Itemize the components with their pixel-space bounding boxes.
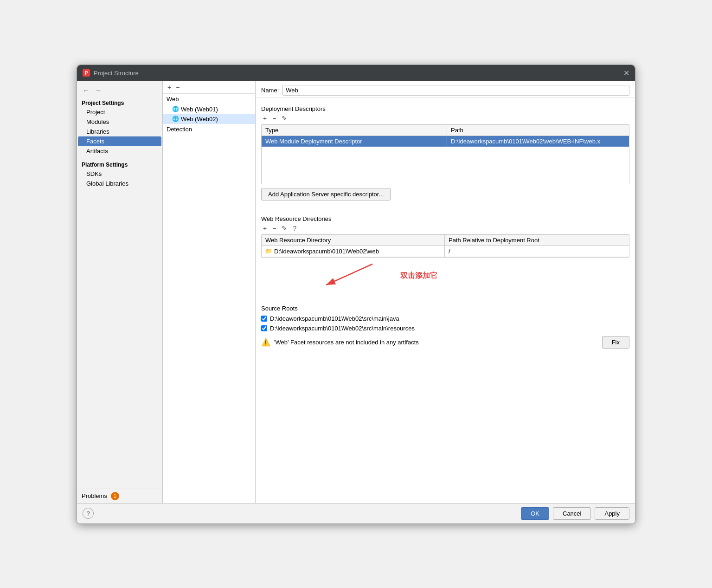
dd-table-row[interactable]: Web Module Deployment Descriptor D:\idea… bbox=[262, 136, 629, 147]
annotation-area: 双击添加它 bbox=[261, 259, 629, 301]
tree-add-button[interactable]: + bbox=[166, 83, 173, 91]
section-area: Deployment Descriptors + − ✎ Type Path W… bbox=[256, 98, 635, 503]
tree-item-web01[interactable]: 🌐 Web (Web01) bbox=[163, 104, 255, 114]
dd-add-button[interactable]: + bbox=[261, 114, 269, 123]
source-root-row-0: D:\ideaworkspacumb\0101\Web02\src\main\j… bbox=[261, 314, 629, 323]
dd-col-type: Type bbox=[262, 125, 447, 136]
web-facet-icon-2: 🌐 bbox=[172, 116, 179, 122]
sidebar: ← → Project Settings Project Modules Lib… bbox=[77, 81, 163, 503]
name-label: Name: bbox=[261, 87, 279, 94]
svg-line-1 bbox=[326, 264, 372, 285]
web-res-remove-button[interactable]: − bbox=[270, 224, 278, 233]
sidebar-bottom: Problems 1 bbox=[77, 489, 162, 503]
project-settings-header: Project Settings bbox=[77, 98, 162, 107]
web-res-toolbar: + − ✎ ? bbox=[261, 224, 629, 233]
close-button[interactable]: ✕ bbox=[623, 69, 629, 78]
dd-toolbar: + − ✎ bbox=[261, 114, 629, 123]
tree-group-web: Web bbox=[163, 94, 255, 104]
dd-cell-path: D:\ideaworkspacumb\0101\Web02\web\WEB-IN… bbox=[447, 136, 629, 147]
fix-button[interactable]: Fix bbox=[602, 336, 629, 349]
dd-edit-button[interactable]: ✎ bbox=[280, 114, 289, 123]
sidebar-item-project[interactable]: Project bbox=[77, 107, 162, 117]
tree-remove-button[interactable]: − bbox=[174, 83, 181, 91]
dd-col-path: Path bbox=[447, 125, 629, 136]
annotation-text: 双击添加它 bbox=[400, 271, 437, 281]
nav-buttons: ← → bbox=[77, 83, 162, 98]
dd-table: Type Path Web Module Deployment Descript… bbox=[261, 124, 629, 184]
bottom-bar: ? OK Cancel Apply bbox=[77, 503, 635, 523]
warning-icon: ⚠️ bbox=[261, 338, 270, 347]
dialog-title: Project Structure bbox=[94, 70, 139, 77]
dd-table-header: Type Path bbox=[262, 125, 629, 136]
source-root-path-1: D:\ideaworkspacumb\0101\Web02\src\main\r… bbox=[270, 325, 415, 332]
name-input[interactable] bbox=[282, 85, 629, 96]
dd-cell-type: Web Module Deployment Descriptor bbox=[262, 136, 447, 147]
cancel-button[interactable]: Cancel bbox=[553, 507, 591, 520]
bottom-bar-left: ? bbox=[83, 508, 94, 519]
web-facet-icon: 🌐 bbox=[172, 106, 179, 112]
sidebar-item-global-libraries[interactable]: Global Libraries bbox=[77, 179, 162, 188]
tree-detection: Detection bbox=[163, 124, 255, 135]
source-roots-title: Source Roots bbox=[261, 305, 629, 312]
web-resource-table: Web Resource Directory Path Relative to … bbox=[261, 234, 629, 258]
sidebar-item-modules[interactable]: Modules bbox=[77, 117, 162, 127]
deployment-descriptors-title: Deployment Descriptors bbox=[261, 105, 629, 112]
web-res-add-button[interactable]: + bbox=[261, 224, 269, 233]
sidebar-item-facets[interactable]: Facets bbox=[78, 136, 161, 146]
web-res-edit-button[interactable]: ✎ bbox=[280, 224, 289, 233]
content-area: ← → Project Settings Project Modules Lib… bbox=[77, 81, 635, 503]
web-res-path-cell: / bbox=[445, 246, 629, 257]
arrow-svg bbox=[308, 259, 400, 297]
warning-row: ⚠️ 'Web' Facet resources are not include… bbox=[261, 333, 629, 351]
source-root-path-0: D:\ideaworkspacumb\0101\Web02\src\main\j… bbox=[270, 315, 399, 322]
source-roots-section: Source Roots D:\ideaworkspacumb\0101\Web… bbox=[261, 305, 629, 351]
sidebar-item-artifacts[interactable]: Artifacts bbox=[77, 146, 162, 156]
add-descriptor-button[interactable]: Add Application Server specific descript… bbox=[261, 188, 391, 200]
title-bar-left: P Project Structure bbox=[83, 69, 139, 77]
sidebar-item-libraries[interactable]: Libraries bbox=[77, 127, 162, 136]
sidebar-item-sdks[interactable]: SDKs bbox=[77, 169, 162, 179]
problems-badge: 1 bbox=[111, 492, 119, 500]
source-root-checkbox-1[interactable] bbox=[261, 325, 267, 331]
web-resource-title: Web Resource Directories bbox=[261, 215, 629, 222]
web-res-dir-cell: 📁 D:\ideaworkspacumb\0101\Web02\web bbox=[262, 246, 445, 257]
web-res-row[interactable]: 📁 D:\ideaworkspacumb\0101\Web02\web / bbox=[262, 246, 629, 257]
tree-item-web02[interactable]: 🌐 Web (Web02) bbox=[163, 114, 255, 124]
web-res-col-path: Path Relative to Deployment Root bbox=[445, 235, 629, 246]
warning-text: 'Web' Facet resources are not included i… bbox=[274, 339, 419, 346]
problems-label: Problems bbox=[82, 492, 107, 499]
web-res-help-button[interactable]: ? bbox=[291, 224, 298, 233]
source-root-checkbox-0[interactable] bbox=[261, 316, 267, 322]
source-root-row-1: D:\ideaworkspacumb\0101\Web02\src\main\r… bbox=[261, 323, 629, 333]
dd-remove-button[interactable]: − bbox=[270, 114, 278, 123]
back-button[interactable]: ← bbox=[81, 86, 91, 95]
section-spacer bbox=[261, 204, 629, 212]
main-content: Name: Deployment Descriptors + − ✎ Type … bbox=[256, 81, 635, 503]
apply-button[interactable]: Apply bbox=[595, 507, 629, 520]
project-structure-dialog: P Project Structure ✕ ← → Project Settin… bbox=[77, 65, 635, 524]
sidebar-divider bbox=[77, 156, 162, 160]
help-button[interactable]: ? bbox=[83, 508, 94, 519]
web-res-header: Web Resource Directory Path Relative to … bbox=[262, 235, 629, 246]
ok-button[interactable]: OK bbox=[521, 507, 549, 520]
name-row: Name: bbox=[256, 81, 635, 98]
forward-button[interactable]: → bbox=[93, 86, 103, 95]
tree-panel: + − Web 🌐 Web (Web01) 🌐 Web (Web02) Dete… bbox=[163, 81, 256, 503]
tree-toolbar: + − bbox=[163, 81, 255, 94]
folder-icon: 📁 bbox=[265, 248, 272, 254]
web-res-col-directory: Web Resource Directory bbox=[262, 235, 445, 246]
title-bar: P Project Structure ✕ bbox=[77, 65, 635, 81]
dd-table-empty bbox=[262, 147, 629, 184]
platform-settings-header: Platform Settings bbox=[77, 160, 162, 169]
app-icon: P bbox=[83, 69, 90, 77]
